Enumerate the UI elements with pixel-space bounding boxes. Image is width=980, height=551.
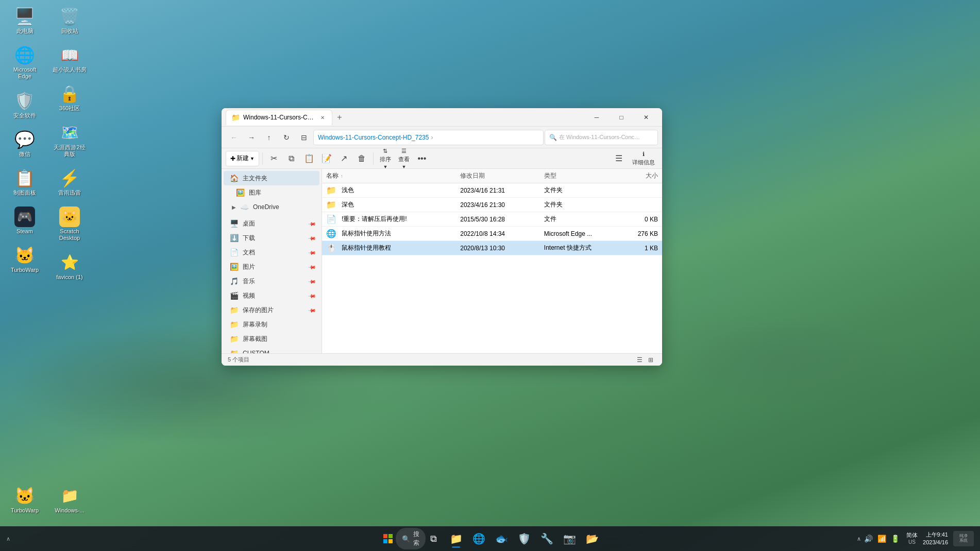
copy-button[interactable]: ⧉ <box>283 150 300 167</box>
sidebar-item-pictures[interactable]: 🖼️ 图片 📌 <box>224 260 319 274</box>
tray-expand[interactable]: ∧ <box>6 536 10 542</box>
address-bar[interactable]: Windows-11-Cursors-Concept-HD_7235 › <box>313 130 544 145</box>
taskbar-tools-button[interactable]: 🔧 <box>536 528 557 549</box>
share-button[interactable]: ↗ <box>336 150 352 167</box>
col-date-header[interactable]: 修改日期 <box>456 171 540 180</box>
desktop-icon-map[interactable]: 🗺️ 天涯西游2经典版 <box>49 120 90 160</box>
desktop-icon-steam[interactable]: 🎮 Steam <box>4 204 45 237</box>
view-button[interactable]: ☰ 查看 ▼ <box>395 150 413 167</box>
sidebar-item-label: 图库 <box>249 188 261 197</box>
file-row[interactable]: 🖱️ 鼠标指针使用教程 2020/8/13 10:30 Internet 快捷方… <box>322 241 662 255</box>
explorer-tab[interactable]: 📁 Windows-11-Cursors-Concept- ✕ <box>226 110 332 125</box>
desktop-icon-scratch[interactable]: 🐱 Scratch Desktop <box>49 204 90 244</box>
col-type-header[interactable]: 类型 <box>540 171 614 180</box>
tab-close-button[interactable]: ✕ <box>318 113 327 122</box>
svg-rect-0 <box>383 534 387 538</box>
file-row[interactable]: 🌐 鼠标指针使用方法 2022/10/8 14:34 Microsoft Edg… <box>322 227 662 241</box>
file-row[interactable]: 📁 深色 2023/4/16 21:30 文件夹 <box>322 198 662 212</box>
sidebar-item-videos[interactable]: 🎬 视频 📌 <box>224 288 319 303</box>
desktop-icon-wechat[interactable]: 💬 微信 <box>4 127 45 160</box>
videos-icon: 🎬 <box>230 291 239 300</box>
taskbar-shield-button[interactable]: 🛡️ <box>514 528 534 549</box>
volume-icon[interactable]: 🔊 <box>862 532 874 545</box>
sidebar-item-music[interactable]: 🎵 音乐 📌 <box>224 274 319 288</box>
cut-button[interactable]: ✂ <box>266 150 282 167</box>
folder-icon-dark: 📁 <box>326 200 336 210</box>
new-tab-button[interactable]: + <box>332 110 347 125</box>
forward-button[interactable]: → <box>243 129 260 146</box>
list-view-button[interactable]: ☰ <box>634 355 645 365</box>
col-name-header[interactable]: 名称 ↑ <box>322 171 456 180</box>
close-button[interactable]: ✕ <box>634 109 658 126</box>
search-bar[interactable]: 🔍 在 Windows-11-Cursors-Concept 中搜索 <box>545 130 658 145</box>
file-type-cell: 文件 <box>540 215 614 223</box>
file-name-cell: 📄 !重要：请解压后再使用! <box>322 214 456 224</box>
taskbar-clock[interactable]: 上午9:41 2023/4/16 <box>923 531 948 547</box>
new-button[interactable]: ✚ 新建 ▼ <box>226 151 259 166</box>
file-row[interactable]: 📄 !重要：请解压后再使用! 2015/5/30 16:28 文件 0 KB <box>322 212 662 227</box>
minimize-button[interactable]: ─ <box>585 109 609 126</box>
taskview-button[interactable]: ⧉ <box>423 528 444 549</box>
desktop-icon-360[interactable]: 🔒 360社区 <box>49 81 90 114</box>
path-arrow: › <box>431 134 433 141</box>
desktop-icon-computer[interactable]: 🖥️ 此电脑 <box>4 4 45 37</box>
desktop-icon-novel[interactable]: 📖 超小说人书房 <box>49 43 90 75</box>
view-toggle-buttons: ☰ ⊞ <box>634 355 656 365</box>
details-panel-button[interactable]: ℹ 详细信息 <box>629 150 658 167</box>
pin-icon-4: 📌 <box>308 263 316 271</box>
desktop-icons-col1: 🖥️ 此电脑 🌐 Microsoft Edge 🛡️ 安全软件 💬 微信 📋 制… <box>4 4 45 280</box>
paste-button[interactable]: 📋 <box>301 150 317 167</box>
desktop-icon-recycle[interactable]: 🗑️ 回收站 <box>49 4 90 37</box>
col-size-header[interactable]: 大小 <box>614 171 662 180</box>
layout-list-button[interactable]: ☰ <box>611 150 627 167</box>
desktop-icon-thunder[interactable]: ⚡ 雷雨迅雷 <box>49 166 90 198</box>
file-list-header: 名称 ↑ 修改日期 类型 大小 <box>322 169 662 183</box>
tab-folder-icon: 📁 <box>231 113 240 122</box>
refresh-button[interactable]: ↻ <box>278 129 295 146</box>
shortcut-icon: 🖱️ <box>326 243 336 253</box>
desktop-icon-edge[interactable]: 🌐 Microsoft Edge <box>4 43 45 82</box>
back-button[interactable]: ← <box>226 129 242 146</box>
maximize-button[interactable]: □ <box>610 109 633 126</box>
address-dropdown-button[interactable]: ⊟ <box>296 129 312 146</box>
taskbar-camera-button[interactable]: 📷 <box>559 528 580 549</box>
more-button[interactable]: ••• <box>414 150 430 167</box>
battery-icon[interactable]: 🔋 <box>889 532 901 545</box>
language-indicator[interactable]: 简体 US <box>904 531 920 546</box>
search-taskbar-button[interactable]: 🔍 搜索 <box>400 528 421 549</box>
desktop-icon-turbowarp[interactable]: 🐱 TurboWarp <box>4 243 45 276</box>
status-bar: 5 个项目 ☰ ⊞ <box>222 353 662 366</box>
start-button[interactable] <box>378 528 398 549</box>
sidebar-item-gallery[interactable]: 🖼️ 图库 <box>224 185 319 200</box>
desktop-icon-drawboard[interactable]: 📋 制图面板 <box>4 166 45 198</box>
desktop-icon-turbo2[interactable]: 🐱 TurboWarp <box>4 484 45 516</box>
sort-button[interactable]: ⇅ 排序 ▼ <box>377 150 394 167</box>
up-button[interactable]: ↑ <box>261 129 277 146</box>
rename-button[interactable]: 📝 <box>318 150 335 167</box>
taskbar: ∧ 🔍 搜索 ⧉ 📁 🌐 <box>0 526 980 551</box>
sidebar-item-screen-record[interactable]: 📁 屏幕录制 <box>224 317 319 332</box>
taskbar-explorer-button[interactable]: 📁 <box>446 528 466 549</box>
sidebar-item-desktop[interactable]: 🖥️ 桌面 📌 <box>224 216 319 231</box>
delete-button[interactable]: 🗑 <box>353 150 370 167</box>
file-size-cell: 276 KB <box>614 230 662 237</box>
desktop-icon-favicon[interactable]: ⭐ favicon (1) <box>49 250 90 283</box>
sidebar-item-downloads[interactable]: ⬇️ 下载 📌 <box>224 231 319 245</box>
desktop-icon-security[interactable]: 🛡️ 安全软件 <box>4 89 45 121</box>
sidebar-item-documents[interactable]: 📄 文档 📌 <box>224 245 319 260</box>
sidebar-item-screenshots[interactable]: 📁 屏幕截图 <box>224 332 319 346</box>
sidebar-item-onedrive[interactable]: ▶ ☁️ OneDrive <box>224 200 319 214</box>
detail-view-button[interactable]: ⊞ <box>646 355 656 365</box>
downloads-icon: ⬇️ <box>230 234 239 242</box>
tray-arrow[interactable]: ∧ <box>857 536 861 542</box>
sidebar-item-custom[interactable]: 📁 CUSTOM <box>224 346 319 353</box>
taskbar-edge-button[interactable]: 🌐 <box>468 528 489 549</box>
sidebar-item-home[interactable]: 🏠 主文件夹 <box>224 171 319 185</box>
network-icon[interactable]: 📶 <box>875 532 888 545</box>
taskbar-fish-button[interactable]: 🐟 <box>491 528 512 549</box>
taskbar-folder2-button[interactable]: 📂 <box>582 528 602 549</box>
desktop-icon-windows[interactable]: 📁 Windows-... <box>49 484 90 516</box>
sidebar-item-saved-pics[interactable]: 📁 保存的图片 📌 <box>224 303 319 317</box>
file-date-cell: 2022/10/8 14:34 <box>456 230 540 237</box>
file-row[interactable]: 📁 浅色 2023/4/16 21:31 文件夹 <box>322 183 662 198</box>
